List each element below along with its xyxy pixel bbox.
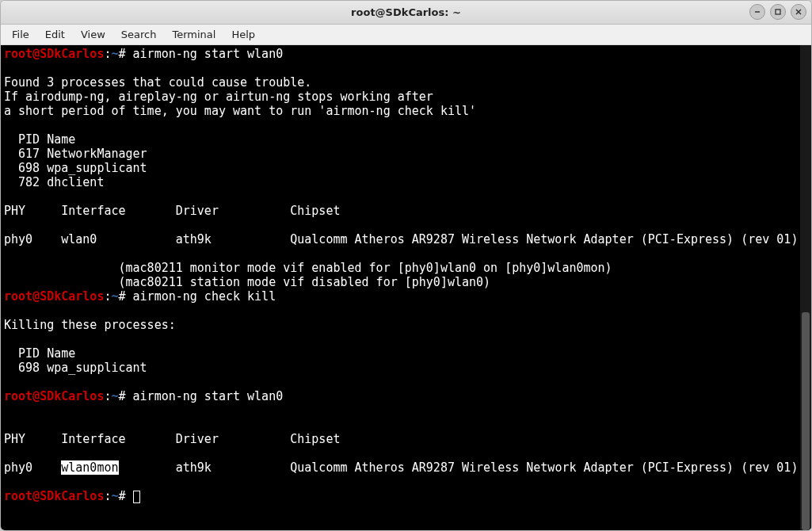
prompt-hash: # — [119, 489, 126, 503]
prompt-hash: # — [119, 389, 126, 403]
scrollbar-track[interactable] — [800, 45, 811, 530]
prompt-user: root@SDkCarlos — [4, 47, 104, 61]
prompt-hash: # — [119, 289, 126, 304]
scrollbar-thumb[interactable] — [802, 312, 810, 530]
output-block: Found 3 processes that could cause troub… — [4, 75, 798, 289]
minimize-button[interactable] — [749, 4, 765, 20]
highlighted-interface: wlan0mon — [61, 460, 118, 475]
titlebar[interactable]: root@SDkCarlos: ~ — [1, 1, 811, 25]
window-title: root@SDkCarlos: ~ — [1, 6, 811, 18]
menu-help[interactable]: Help — [225, 27, 261, 42]
prompt-hash: # — [119, 47, 126, 61]
terminal-area[interactable]: root@SDkCarlos:~# airmon-ng start wlan0 … — [1, 45, 800, 530]
window-controls — [749, 4, 806, 20]
menubar: File Edit View Search Terminal Help — [1, 25, 811, 45]
command-text: airmon-ng start wlan0 — [133, 389, 284, 403]
prompt-user: root@SDkCarlos — [4, 489, 104, 503]
menu-view[interactable]: View — [74, 27, 112, 42]
prompt-path: ~ — [111, 389, 118, 403]
output-text: phy0 — [4, 460, 61, 475]
menu-file[interactable]: File — [6, 27, 36, 42]
maximize-button[interactable] — [770, 4, 786, 20]
prompt-path: ~ — [111, 47, 118, 61]
terminal-window: root@SDkCarlos: ~ File Edit View Search … — [0, 0, 812, 531]
prompt-user: root@SDkCarlos — [4, 289, 104, 304]
scrollbar[interactable] — [800, 45, 811, 530]
prompt-path: ~ — [111, 489, 118, 503]
terminal-wrap: root@SDkCarlos:~# airmon-ng start wlan0 … — [1, 45, 811, 530]
output-block: Killing these processes: PID Name 698 wp… — [4, 318, 176, 375]
output-header: PHY Interface Driver Chipset — [4, 432, 340, 446]
cursor-icon — [133, 491, 140, 503]
close-button[interactable] — [791, 4, 806, 20]
menu-search[interactable]: Search — [115, 27, 163, 42]
prompt-user: root@SDkCarlos — [4, 389, 104, 403]
command-text: airmon-ng start wlan0 — [133, 47, 284, 61]
command-text: airmon-ng check kill — [133, 289, 276, 304]
menu-edit[interactable]: Edit — [39, 27, 71, 42]
output-text: ath9k Qualcomm Atheros AR9287 Wireless N… — [119, 460, 799, 475]
menu-terminal[interactable]: Terminal — [166, 27, 222, 42]
prompt-path: ~ — [111, 289, 118, 304]
svg-rect-1 — [776, 10, 780, 14]
